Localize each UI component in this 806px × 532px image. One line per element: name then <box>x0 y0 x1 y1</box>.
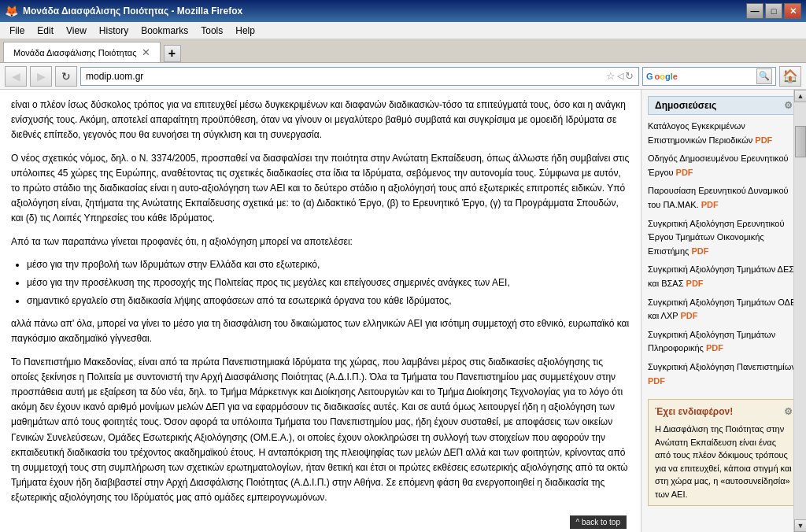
sidebar-link-8[interactable]: Συγκριτική Αξιολόγηση Πανεπιστημίων PDF <box>648 360 800 388</box>
tab-main[interactable]: Μονάδα Διασφάλισης Ποιότητας ✕ <box>3 42 161 62</box>
publications-title: Δημοσιεύσεις <box>655 100 716 111</box>
page-content: είναι ο πλέον ίσως δύσκολος τρόπος για ν… <box>11 98 630 506</box>
para-after-list: αλλά πάνω απ' όλα, μπορεί να γίνει το μέ… <box>11 316 630 346</box>
interesting-title: Έχει ενδιαφέρον! <box>655 405 733 419</box>
menu-bar: File Edit View History Bookmarks Tools H… <box>0 22 806 39</box>
title-bar: 🦊 Μονάδα Διασφάλισης Ποιότητας - Mozilla… <box>0 0 806 22</box>
right-sidebar: Δημοσιεύσεις ⚙ Κατάλογος Εγκεκριμένων Επ… <box>641 90 806 532</box>
back-button[interactable]: ◀ <box>5 66 27 87</box>
minimize-button[interactable]: — <box>746 3 763 19</box>
sidebar-scroll: Δημοσιεύσεις ⚙ Κατάλογος Εγκεκριμένων Επ… <box>641 90 806 532</box>
search-button[interactable]: 🔍 <box>756 68 772 84</box>
sidebar-link-2[interactable]: Οδηγός Δημοσιευμένου Ερευνητικού Έργου P… <box>648 152 800 179</box>
sidebar-link-4[interactable]: Συγκριτική Αξιολόγηση Ερευνητικού Έργου … <box>648 217 800 259</box>
back-to-top-button[interactable]: ^ back to top <box>570 515 627 529</box>
publications-section: Δημοσιεύσεις ⚙ Κατάλογος Εγκεκριμένων Επ… <box>648 96 800 388</box>
new-tab-button[interactable]: + <box>164 45 181 62</box>
para-2: Ο νέος σχετικός νόμος, δηλ. ο Ν. 3374/20… <box>11 151 630 227</box>
home-button[interactable]: 🏠 <box>779 66 801 87</box>
tab-bar: Μονάδα Διασφάλισης Ποιότητας ✕ + <box>0 39 806 63</box>
sidebar-link-7[interactable]: Συγκριτική Αξιολόγηση Τμημάτων Πληροφορι… <box>648 328 800 356</box>
menu-bookmarks[interactable]: Bookmarks <box>135 24 194 38</box>
maximize-button[interactable]: □ <box>765 3 782 19</box>
menu-history[interactable]: History <box>93 24 135 38</box>
sidebar-link-1[interactable]: Κατάλογος Εγκεκριμένων Επιστημονικών Περ… <box>648 120 800 147</box>
para-3: Από τα των παραπάνω γίνεται προφανές ότι… <box>11 235 630 249</box>
tab-close-button[interactable]: ✕ <box>142 46 150 58</box>
menu-file[interactable]: File <box>3 24 31 38</box>
scrollbar-track <box>794 102 806 532</box>
para-1: είναι ο πλέον ίσως δύσκολος τρόπος για ν… <box>11 98 630 143</box>
close-button[interactable]: ✕ <box>784 3 801 19</box>
window-title: Μονάδα Διασφάλισης Ποιότητας - Mozilla F… <box>23 6 746 17</box>
interesting-icon: ⚙ <box>784 405 793 419</box>
google-logo-o: o <box>655 72 660 81</box>
sidebar-link-3[interactable]: Παρουσίαση Ερευνητικού Δυναμικού του ΠΑ.… <box>648 184 800 212</box>
list-item-2: μέσο για την προσέλκυση της προσοχής της… <box>27 275 630 290</box>
navigation-bar: ◀ ▶ ↻ ☆ ◁ ↻ G o o g l e 🔍 🏠 <box>0 63 806 90</box>
google-logo-e: e <box>673 72 678 81</box>
google-logo-o2: o <box>660 72 665 81</box>
search-bar[interactable]: G o o g l e 🔍 <box>642 67 776 86</box>
firefox-icon: 🦊 <box>5 5 18 17</box>
google-logo-g: g <box>665 72 671 81</box>
menu-help[interactable]: Help <box>229 24 261 38</box>
wrench-icon: ⚙ <box>784 100 793 111</box>
main-area: είναι ο πλέον ίσως δύσκολος τρόπος για ν… <box>0 90 806 532</box>
menu-edit[interactable]: Edit <box>31 24 60 38</box>
window-controls: — □ ✕ <box>746 3 801 19</box>
tab-label: Μονάδα Διασφάλισης Ποιότητας <box>13 48 137 57</box>
rss-icon[interactable]: ◁ <box>617 71 623 81</box>
sidebar-link-5[interactable]: Συγκριτική Αξιολόγηση Τμημάτων ΔΕΣ και Β… <box>648 263 800 290</box>
interesting-header: Έχει ενδιαφέρον! ⚙ <box>655 405 793 419</box>
content-list: μέσο για την προβολή των Ιδρυμάτων στην … <box>27 257 630 309</box>
list-item-3: σημαντικό εργαλείο στη διαδικασία λήψης … <box>27 294 630 308</box>
content-scroll: είναι ο πλέον ίσως δύσκολος τρόπος για ν… <box>11 98 630 524</box>
menu-tools[interactable]: Tools <box>194 24 229 38</box>
publications-header: Δημοσιεύσεις ⚙ <box>648 96 800 115</box>
forward-button[interactable]: ▶ <box>30 66 52 87</box>
url-input[interactable] <box>86 71 606 82</box>
reload-button[interactable]: ↻ <box>55 66 77 87</box>
sidebar-scrollbar[interactable]: ▲ ▼ <box>793 90 806 532</box>
scrollbar-thumb[interactable] <box>795 126 806 157</box>
google-logo: G <box>646 72 653 81</box>
star-icon[interactable]: ☆ <box>606 70 616 82</box>
address-bar[interactable]: ☆ ◁ ↻ <box>80 67 639 86</box>
sidebar-link-6[interactable]: Συγκριτική Αξιολόγηση Τμημάτων ΟΔΕ και Λ… <box>648 296 800 323</box>
menu-view[interactable]: View <box>60 24 93 38</box>
content-area: είναι ο πλέον ίσως δύσκολος τρόπος για ν… <box>0 90 641 532</box>
interesting-section: Έχει ενδιαφέρον! ⚙ Η Διασφάλιση της Ποιό… <box>648 399 800 506</box>
list-item-1: μέσο για την προβολή των Ιδρυμάτων στην … <box>27 257 630 272</box>
search-input[interactable] <box>681 71 756 82</box>
interesting-text: Η Διασφάλιση της Ποιότητας στην Ανώτατη … <box>655 423 793 501</box>
reload-icon[interactable]: ↻ <box>625 70 634 82</box>
main-para: Το Πανεπιστήμιο Μακεδονίας, είναι από τα… <box>11 355 630 506</box>
scroll-up-button[interactable]: ▲ <box>794 90 806 102</box>
scroll-down-button[interactable]: ▼ <box>794 519 806 532</box>
